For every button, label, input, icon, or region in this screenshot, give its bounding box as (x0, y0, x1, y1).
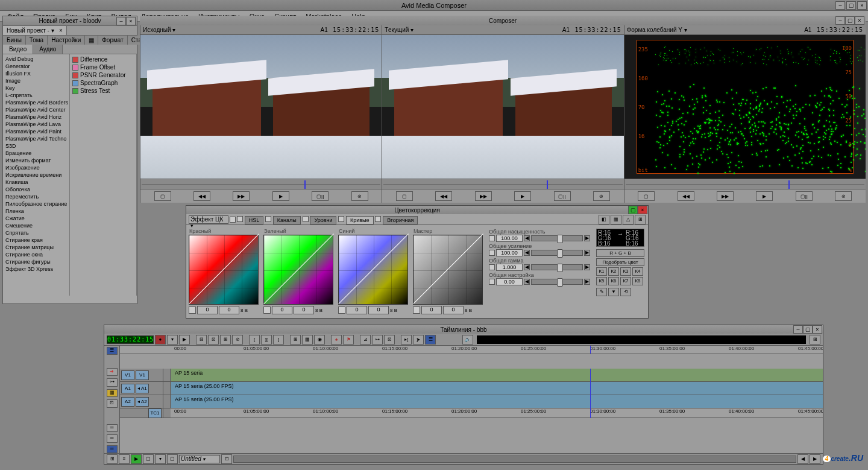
effect-category[interactable]: Пленка (4, 208, 68, 215)
cc-slider-thumb[interactable] (557, 264, 563, 272)
cc-slider-value[interactable]: 0.00 (496, 278, 523, 285)
cc-slider-thumb[interactable] (557, 278, 563, 287)
tc-track-button[interactable]: TC1 (148, 408, 162, 418)
monitor-control[interactable]: ◀◀ (193, 191, 210, 201)
effect-categories[interactable]: Avid DebugGeneratorIllusion FXImageKeyL-… (3, 54, 70, 296)
project-tab[interactable]: Новый проект - ▾ × (3, 26, 67, 35)
cc-slider-dec[interactable]: ◀ (524, 235, 530, 241)
cc-slider-check[interactable] (489, 235, 495, 241)
effect-category[interactable]: PlasmaWipe Avid Paint (4, 128, 68, 135)
tl-b-icon5[interactable]: ▾ (155, 454, 166, 464)
cc-scope-icon[interactable]: ▦ (611, 215, 621, 224)
tl-b-icon4[interactable]: ▢ (143, 454, 154, 464)
cc-slider-dec[interactable]: ◀ (524, 250, 530, 256)
cc-k-button[interactable]: К8 (632, 277, 643, 285)
effect-category[interactable]: Стирание фигуры (4, 258, 68, 265)
cc-slider-dec[interactable]: ◀ (524, 264, 530, 270)
project-minimize[interactable]: – (116, 17, 126, 25)
maximize-button[interactable]: ▢ (846, 1, 856, 10)
tl-tool-overwrite[interactable]: ⊞ (220, 335, 231, 345)
effect-category[interactable]: Изменить формат (4, 157, 68, 164)
effect-category[interactable]: Клавиша (4, 179, 68, 186)
monitor-control[interactable]: ▶▶ (717, 191, 734, 201)
monitor-label[interactable]: Форма колебаний Y ▾ (627, 27, 687, 33)
effect-category[interactable]: Переместить (4, 193, 68, 200)
tl-person-icon[interactable]: ♠ (331, 335, 342, 345)
cc-num-check[interactable] (189, 306, 196, 314)
cc-reset-icon[interactable]: ⟲ (620, 288, 631, 296)
minimize-button[interactable]: – (835, 1, 845, 10)
tl-sync-icon[interactable]: ⊶ (107, 378, 118, 386)
cc-tool-icon[interactable]: ◧ (599, 215, 609, 224)
cc-tab[interactable]: Каналы (273, 216, 301, 224)
cc-slider-track[interactable] (531, 250, 583, 256)
cc-slider-check[interactable] (489, 264, 495, 270)
tl-goto-out[interactable]: ]▸ (413, 335, 424, 345)
monitor-control[interactable]: ⊘ (593, 191, 610, 201)
effect-category[interactable]: PlasmaWipe Avid Borders (4, 99, 68, 106)
tl-b-icon7[interactable]: ⊡ (221, 454, 232, 464)
cc-pick-color-button[interactable]: Подобрать цвет (596, 258, 644, 266)
track-button[interactable]: V1 (121, 370, 134, 380)
tl-speaker-icon[interactable]: 🔊 (462, 335, 473, 345)
cc-slider-track[interactable] (531, 279, 583, 285)
cc-tab-check[interactable] (338, 216, 344, 222)
timeline-scrollbar[interactable] (233, 456, 796, 463)
cc-k-button[interactable]: К1 (596, 267, 607, 276)
monitor-control[interactable]: ▢|| (554, 191, 571, 201)
cc-k-button[interactable]: К5 (596, 277, 607, 285)
timeline-minimize[interactable]: – (793, 325, 803, 334)
timeline-main[interactable]: 00:0001:05:00:0001:10:00:0001:15:00:0001… (120, 346, 823, 453)
monitor-video[interactable] (140, 35, 382, 179)
tl-link-icon[interactable]: ⊶ (372, 335, 383, 345)
timeline-playhead-track[interactable] (590, 369, 591, 418)
tl-track3-icon[interactable]: ═ (107, 445, 118, 453)
tl-motion-icon[interactable]: ◉ (314, 335, 325, 345)
cc-slider-value[interactable]: 1.000 (496, 264, 523, 271)
cc-tab-check[interactable] (237, 216, 243, 222)
timeline-close[interactable]: × (813, 325, 822, 334)
effect-category[interactable]: Изображение (4, 164, 68, 171)
monitor-waveform[interactable]: 23516070161007550250bit% (624, 35, 866, 179)
cc-slider-inc[interactable]: ▶ (584, 250, 590, 256)
monitor-control[interactable]: ◀◀ (435, 191, 452, 201)
tl-b-icon3[interactable]: ▶ (131, 454, 142, 464)
timeline-clip[interactable]: AP 15 seria (171, 369, 823, 381)
cc-k-button[interactable]: К6 (608, 277, 619, 285)
project-cat-tab[interactable]: Формат (98, 36, 128, 45)
effect-category[interactable]: Вращение (4, 150, 68, 157)
effect-category[interactable]: Оболочка (4, 186, 68, 193)
cc-tab-check[interactable] (375, 216, 381, 222)
cc-curve-canvas[interactable] (189, 235, 259, 305)
monitor-control[interactable]: ⊘ (835, 191, 852, 201)
effect-category[interactable]: Key (4, 84, 68, 92)
effect-category[interactable]: Стирание окна (4, 251, 68, 258)
cc-slider-value[interactable]: 100.00 (496, 249, 523, 256)
tl-tool-extract[interactable]: ⊟ (196, 335, 207, 345)
cc-tab[interactable]: Вторичная (383, 216, 418, 224)
cc-slider-thumb[interactable] (557, 235, 563, 243)
tl-mark-out[interactable]: ][ (261, 335, 272, 345)
cc-curve-canvas[interactable] (338, 235, 408, 305)
composer-close[interactable]: × (855, 16, 864, 25)
cc-checkbox[interactable] (230, 217, 236, 223)
cc-grid-icon[interactable]: ⊞ (635, 215, 646, 224)
track-button[interactable]: A1 (121, 384, 134, 393)
composer-minimize[interactable]: – (835, 16, 845, 25)
cc-num-input[interactable]: 0 (197, 306, 218, 314)
cc-slider-check[interactable] (489, 279, 495, 285)
tl-audio-tool[interactable]: ⊞ (810, 335, 820, 345)
timeline-ruler[interactable]: 00:0001:05:00:0001:10:00:0001:15:00:0001… (120, 346, 823, 354)
monitor-track[interactable] (382, 179, 623, 189)
monitor-control[interactable]: ▢|| (312, 191, 329, 201)
effect-item[interactable]: Difference (71, 56, 135, 63)
tl-tool-lift[interactable]: ⊡ (208, 335, 219, 345)
monitor-label[interactable]: Исходный ▾ (143, 27, 175, 33)
record-button[interactable]: ● (155, 335, 166, 345)
project-subtab[interactable]: Аудио (33, 45, 63, 54)
cc-tab-check[interactable] (303, 216, 309, 222)
cc-slider-inc[interactable]: ▶ (584, 235, 590, 241)
timeline-maximize[interactable]: ▢ (803, 325, 813, 334)
tl-b-icon9[interactable]: ▶ (810, 454, 820, 464)
timeline-clip[interactable]: AP 15 seria (25.00 FPS) (171, 395, 823, 408)
